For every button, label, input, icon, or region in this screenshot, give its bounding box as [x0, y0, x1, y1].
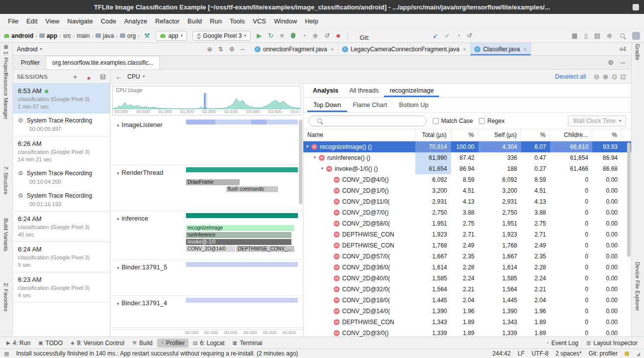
- subtab-bottom-up[interactable]: Bottom Up: [393, 98, 434, 112]
- back-icon[interactable]: ←: [115, 73, 122, 81]
- toolwindow-button-4-run[interactable]: ▶4: Run: [3, 339, 34, 348]
- analysis-tab-analysis[interactable]: Analysis: [307, 84, 344, 97]
- call-tree-row[interactable]: mCONV_2D@7/0()2,7503.882,7503.8800.00: [303, 207, 631, 218]
- thread-track[interactable]: [186, 260, 298, 295]
- git-update-icon[interactable]: ↙: [430, 32, 441, 39]
- window-control-icon[interactable]: [633, 4, 639, 10]
- call-tree-row[interactable]: ▼mrunInference() ()61,99087.423360.4761,…: [303, 152, 631, 163]
- breadcrumb-java[interactable]: java: [95, 32, 114, 39]
- thread-label[interactable]: ▾Binder:13791_5: [112, 260, 184, 295]
- call-tree-row[interactable]: mCONV_2D@58/0(1,9512.751,9512.7500.00: [303, 218, 631, 229]
- toolwindow-button-layout-inspector[interactable]: ▥Layout Inspector: [583, 339, 641, 348]
- profile-icon[interactable]: ◔: [300, 32, 309, 39]
- menu-refactor[interactable]: Refactor: [151, 17, 184, 25]
- trace-event[interactable]: invoke@-1/0: [186, 239, 291, 245]
- call-tree-row[interactable]: mCONV_2D@14/0(1,3901.961,3901.9600.00: [303, 306, 631, 317]
- subtab-top-down[interactable]: Top Down: [307, 98, 347, 112]
- trace-event[interactable]: DrawFrame: [186, 179, 240, 185]
- add-session-icon[interactable]: +: [73, 73, 77, 81]
- column-header-total-s[interactable]: Total (µs): [415, 129, 451, 141]
- call-tree-row[interactable]: mCONV_2D@4/0()6,0928.596,0928.5900.00: [303, 174, 631, 185]
- column-header-[interactable]: %: [451, 129, 478, 141]
- sync-project-icon[interactable]: ⊕: [604, 32, 615, 39]
- cpu-usage-chart[interactable]: CPU Usage 00.00000.50001.00001.50002.000…: [112, 86, 301, 116]
- column-header-name[interactable]: Name: [303, 129, 415, 141]
- tab-list-icon[interactable]: ≡4: [619, 46, 626, 53]
- locate-file-icon[interactable]: ⊕: [207, 46, 212, 53]
- breadcrumb-main[interactable]: main: [77, 32, 90, 39]
- search-input[interactable]: [329, 118, 422, 124]
- column-header-self-s[interactable]: Self (µs): [478, 129, 521, 141]
- status-item-2-spaces[interactable]: 2 spaces*: [555, 350, 582, 357]
- project-view-select[interactable]: Android: [17, 46, 37, 53]
- zoom-in-icon[interactable]: ⊕: [603, 73, 609, 81]
- run-config-select[interactable]: app▾: [156, 31, 187, 41]
- debug-icon[interactable]: [291, 33, 295, 38]
- run-tasks-icon[interactable]: ≡: [277, 32, 286, 39]
- clock-type-select[interactable]: Wall Clock Time ▾: [568, 116, 626, 126]
- menu-code[interactable]: Code: [97, 17, 120, 25]
- session-header[interactable]: 6:23 AMclassification (Google Pixel 3)4 …: [13, 272, 110, 302]
- subtab-flame-chart[interactable]: Flame Chart: [347, 98, 393, 112]
- thread-track[interactable]: DrawFrameflush commands: [186, 165, 298, 211]
- session-header[interactable]: 6:24 AMclassification (Google Pixel 3)40…: [13, 212, 110, 241]
- sidebar-item-device-file-explorer[interactable]: Device File Explorer: [635, 262, 641, 311]
- menu-run[interactable]: Run: [206, 17, 226, 25]
- status-item-utf-8[interactable]: UTF-8: [532, 350, 549, 357]
- search-box[interactable]: [308, 116, 427, 126]
- apply-changes-icon[interactable]: ↻: [266, 32, 276, 39]
- toolwindow-button-build[interactable]: ⚒Build: [129, 339, 156, 348]
- analysis-tab-all-threads[interactable]: All threads: [344, 84, 384, 97]
- tab-profiler-session[interactable]: org.tensorflow.lite.examples.classific..…: [46, 56, 160, 69]
- layout-manager-icon[interactable]: ▦: [569, 32, 580, 39]
- hide-icon[interactable]: ─: [621, 59, 625, 66]
- zoom-out-icon[interactable]: ⊖: [594, 73, 600, 81]
- menu-vcs[interactable]: VCS: [249, 17, 270, 25]
- collapse-panel-icon[interactable]: ⊟: [100, 73, 106, 81]
- menu-build[interactable]: Build: [184, 17, 206, 25]
- match-case-checkbox[interactable]: Match Case: [433, 118, 473, 124]
- trace-event[interactable]: recognizeImage: [186, 225, 294, 231]
- column-header-childre[interactable]: Childre...: [550, 129, 592, 141]
- git-rollback-icon[interactable]: ↺: [464, 32, 475, 39]
- timeline-scrollbar[interactable]: [299, 119, 302, 204]
- trace-event[interactable]: DEPTHWISE_CONV_...: [236, 246, 294, 252]
- thread-label[interactable]: ▾Binder:13791_4: [112, 296, 184, 327]
- breadcrumb-app[interactable]: app: [39, 32, 57, 39]
- profiler-view-select[interactable]: CPU ▾: [127, 73, 145, 80]
- reset-zoom-icon[interactable]: ⊙: [612, 73, 618, 81]
- call-tree-row[interactable]: mCONV_2D@1/0()3,2004.513,2004.5100.00: [303, 185, 631, 196]
- sidebar-item-resource-manager[interactable]: Resource Manager: [3, 73, 9, 119]
- sidebar-item-2-favorites[interactable]: 2: Favorites: [3, 283, 9, 311]
- toolwindow-button-9-version-control[interactable]: ◈9: Version Control: [67, 339, 128, 348]
- analysis-tab-recognizeimage[interactable]: recognizeImage: [384, 84, 439, 97]
- breadcrumb-org[interactable]: org: [120, 32, 136, 39]
- hide-panel-icon[interactable]: ─: [240, 46, 245, 53]
- call-tree-row[interactable]: mCONV_2D@32/0(1,5642.211,5642.2100.00: [303, 284, 631, 295]
- deselect-all-link[interactable]: Deselect all: [555, 73, 586, 80]
- menu-navigate[interactable]: Navigate: [63, 17, 96, 25]
- table-scrollbar[interactable]: [627, 142, 631, 257]
- thread-label[interactable]: ▾ImageListener: [112, 118, 184, 165]
- thread-label[interactable]: ▾inference: [112, 211, 184, 259]
- column-header-[interactable]: %: [521, 129, 550, 141]
- close-tab-icon[interactable]: ×: [331, 46, 334, 52]
- attach-debugger-icon[interactable]: ⊕: [310, 32, 320, 39]
- close-tab-icon[interactable]: ×: [463, 46, 466, 52]
- status-item-244-42[interactable]: 244:42: [492, 350, 511, 357]
- tab-profiler[interactable]: Profiler: [15, 56, 46, 69]
- recording-item[interactable]: ⚙System Trace Recording: [13, 189, 110, 200]
- session-header[interactable]: 6:26 AMclassification (Google Pixel 3)14…: [13, 136, 110, 166]
- menu-help[interactable]: Help: [301, 17, 322, 25]
- avd-manager-icon[interactable]: ▤: [592, 32, 603, 39]
- thread-label[interactable]: ▾RenderThread: [112, 165, 184, 211]
- call-tree-row[interactable]: mDEPTHWISE_CON1,7682.491,7682.4900.00: [303, 240, 631, 251]
- run-icon[interactable]: ▶: [254, 32, 264, 39]
- call-tree-row[interactable]: ▼minvoke@-1/0() ()61,65486.941880.2761,4…: [303, 163, 631, 174]
- editor-tab-legacycameraconnectionfragment-java[interactable]: CLegacyCameraConnectionFragment.java×: [338, 43, 470, 55]
- git-history-icon[interactable]: ◔: [454, 32, 463, 39]
- toolwindow-button-6-logcat[interactable]: ▤6: Logcat: [189, 339, 228, 348]
- trace-event[interactable]: CONV_2D@14/0: [186, 246, 235, 252]
- editor-tab-onnectionfragment-java[interactable]: ConnectionFragment.java×: [251, 43, 338, 55]
- zoom-to-selection-icon[interactable]: ⊡: [620, 73, 626, 81]
